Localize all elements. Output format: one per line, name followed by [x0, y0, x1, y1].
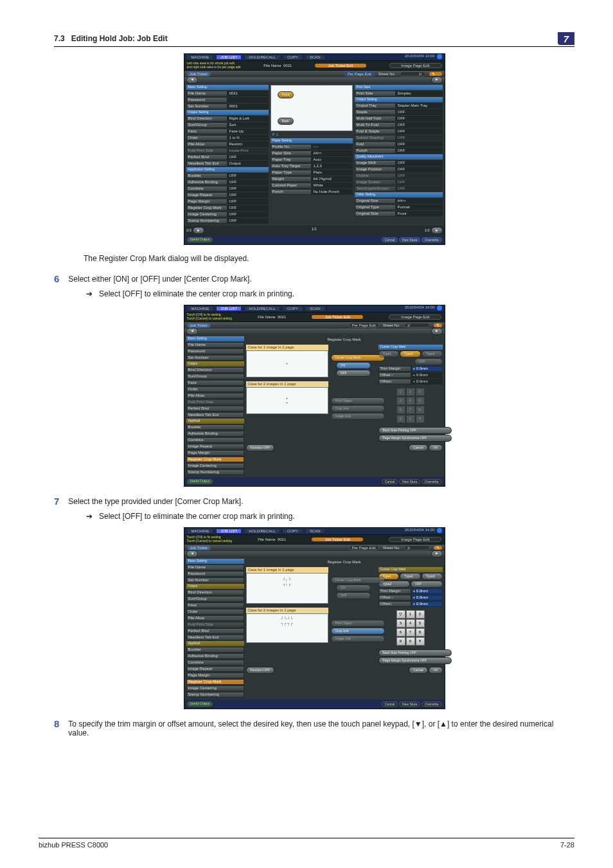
- post-screenshot-text: The Register Crop Mark dialog will be di…: [84, 254, 574, 263]
- step-6-text: Select either [ON] or [OFF] under [Cente…: [68, 273, 251, 284]
- step-6-num: 6: [54, 273, 59, 284]
- step-8-text: To specify the trim margin or offset amo…: [68, 718, 574, 737]
- job-ticket-edit-button[interactable]: Job Ticket Edit: [315, 64, 366, 68]
- arrow-icon: ➔: [86, 289, 93, 298]
- section-heading: 7.3 Editing Hold Job: Job Edit: [54, 34, 168, 43]
- step-6-sub: Select [OFF] to eliminate the center cro…: [99, 289, 294, 298]
- step-7-text: Select the type provided under [Corner C…: [68, 496, 243, 507]
- screenshot-corner-crop: MACHINE JOB LIST HOLD/RECALL COPY SCAN 2…: [184, 527, 445, 709]
- screenshot-center-crop: MACHINE JOB LIST HOLD/RECALL COPY SCAN 2…: [184, 305, 445, 487]
- footer-page: 7-28: [560, 841, 574, 849]
- step-7-num: 7: [54, 496, 59, 507]
- image-page-edit-button[interactable]: Image Page Edit: [389, 63, 442, 69]
- chapter-tab: 7: [558, 32, 574, 45]
- step-7-sub: Select [OFF] to eliminate the corner cro…: [99, 512, 295, 521]
- screenshot-job-edit: MACHINE JOB LIST HOLD/RECALL COPY SCAN 2…: [184, 53, 445, 245]
- step-8-num: 8: [54, 718, 59, 737]
- help-icon: [437, 54, 442, 59]
- footer-product: bizhub PRESS C8000: [39, 841, 108, 849]
